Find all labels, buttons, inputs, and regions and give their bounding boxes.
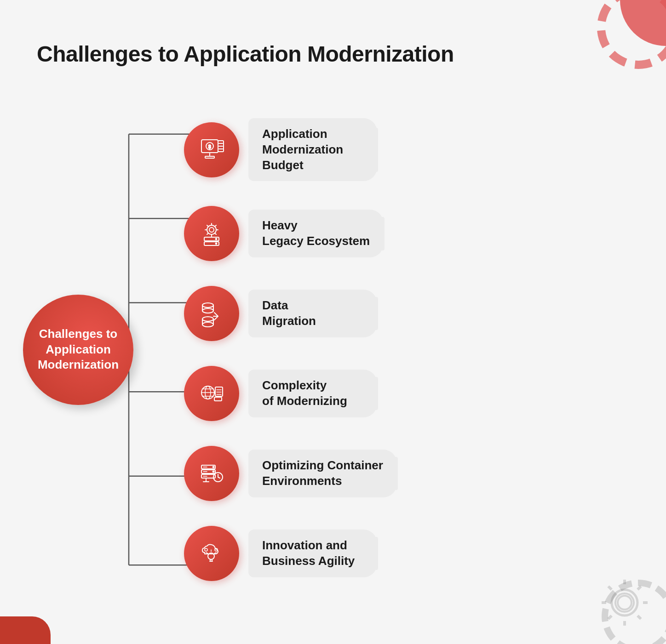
legacy-icon-circle: [184, 206, 239, 261]
svg-point-30: [202, 317, 213, 321]
svg-point-25: [202, 303, 213, 308]
svg-point-33: [202, 322, 213, 327]
svg-point-19: [209, 228, 214, 232]
center-node: Challenges to Application Modernization: [23, 295, 133, 405]
svg-point-28: [202, 308, 213, 313]
svg-point-49: [213, 471, 214, 473]
svg-line-63: [214, 553, 216, 553]
svg-rect-43: [214, 397, 222, 401]
svg-line-54: [218, 477, 220, 478]
svg-rect-13: [205, 156, 214, 158]
data-migration-label: DataMigration: [262, 298, 363, 329]
legacy-label: HeavyLegacy Ecosystem: [262, 218, 370, 249]
containers-icon: [198, 460, 225, 487]
svg-line-62: [206, 553, 208, 553]
containers-icon-circle: [184, 446, 239, 501]
svg-rect-39: [215, 387, 223, 396]
innovation-icon: [198, 540, 225, 567]
budget-label: ApplicationModernizationBudget: [262, 126, 363, 173]
containers-label: Optimizing ContainerEnvironments: [262, 458, 383, 489]
center-node-label: Challenges to Application Modernization: [32, 326, 124, 373]
budget-icon: $: [198, 136, 225, 164]
data-migration-icon: [198, 300, 225, 327]
innovation-label: Innovation andBusiness Agility: [262, 538, 363, 569]
svg-point-22: [216, 239, 217, 240]
budget-icon-circle: $: [184, 122, 239, 177]
page-title: Challenges to Application Modernization: [37, 41, 454, 67]
svg-point-64: [205, 548, 207, 551]
svg-point-46: [213, 467, 214, 468]
data-migration-icon-circle: [184, 286, 239, 341]
svg-text:$: $: [208, 144, 211, 149]
svg-point-23: [216, 243, 217, 245]
complexity-label: Complexityof Modernizing: [262, 378, 363, 409]
decorative-bottom-bar: [0, 616, 51, 644]
legacy-icon: [198, 220, 225, 247]
innovation-icon-circle: [184, 526, 239, 581]
complexity-icon-circle: [184, 366, 239, 421]
complexity-icon: [198, 380, 225, 407]
